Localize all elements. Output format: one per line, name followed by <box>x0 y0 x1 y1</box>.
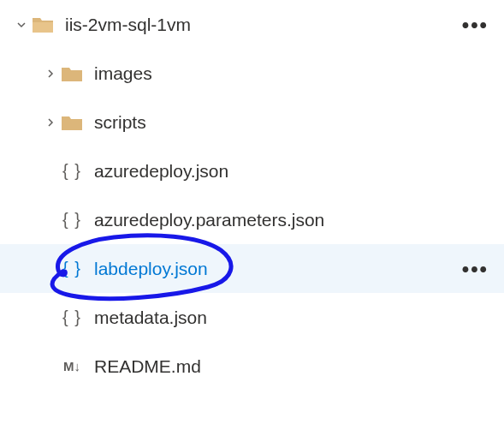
more-button[interactable]: ••• <box>462 257 489 281</box>
markdown-file-icon: M↓ <box>60 355 84 379</box>
json-file-icon: { } <box>60 159 84 183</box>
more-button[interactable]: ••• <box>462 13 489 37</box>
tree-item-label: iis-2vm-sql-1vm <box>65 15 191 35</box>
tree-item-label: metadata.json <box>94 308 207 328</box>
tree-item-label: azuredeploy.parameters.json <box>94 210 324 230</box>
chevron-right-icon <box>44 68 56 80</box>
tree-item-label: azuredeploy.json <box>94 161 228 182</box>
tree-row-azuredeploy[interactable]: { } azuredeploy.json <box>0 146 504 195</box>
tree-item-label: images <box>94 63 152 84</box>
chevron-down-icon <box>15 19 27 31</box>
folder-icon <box>60 110 84 134</box>
chevron-right-icon <box>44 116 56 128</box>
folder-icon <box>60 62 84 86</box>
json-file-icon: { } <box>60 208 84 232</box>
tree-row-scripts[interactable]: scripts <box>0 98 504 146</box>
tree-item-label: labdeploy.json <box>94 259 208 279</box>
tree-row-readme[interactable]: M↓ README.md <box>0 342 504 391</box>
tree-row-root[interactable]: iis-2vm-sql-1vm ••• <box>0 0 504 49</box>
tree-row-metadata[interactable]: { } metadata.json <box>0 293 504 342</box>
json-file-icon: { } <box>60 306 84 330</box>
folder-open-icon <box>31 13 55 37</box>
tree-item-label: README.md <box>94 356 201 377</box>
tree-item-label: scripts <box>94 112 146 133</box>
json-file-icon: { } <box>60 257 84 281</box>
tree-row-azuredeploy-parameters[interactable]: { } azuredeploy.parameters.json <box>0 195 504 244</box>
tree-row-labdeploy[interactable]: { } labdeploy.json ••• <box>0 244 504 293</box>
tree-row-images[interactable]: images <box>0 49 504 98</box>
file-tree: iis-2vm-sql-1vm ••• images scripts { } a… <box>0 0 504 391</box>
